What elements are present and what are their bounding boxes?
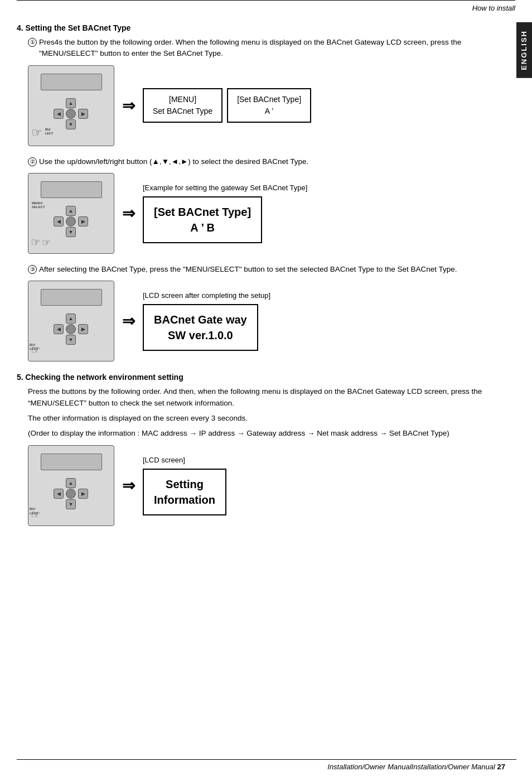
nav-down-1: ▼	[66, 119, 76, 129]
nav-area-2: ▲ ▼ ◀ ▶	[41, 206, 102, 239]
diagram-4-2: ▲ ▼ ◀ ▶ ☜ ☞ MENU/SELECT ⇒ [Example for s…	[28, 173, 486, 254]
example-label-2: [Example for setting the gateway Set BAC…	[143, 184, 307, 192]
step-4-3: ③ After selecting the BACnet Type, press…	[28, 264, 486, 275]
section-5-heading: 5. Checking the network environment sett…	[17, 373, 486, 382]
main-content: 4. Setting the Set BACnet Type ① Pres4s …	[0, 16, 516, 547]
diagram-5: ▲ ▼ ◀ ▶ ☜ BU/LECT ⇒ [LCD screen] Setting…	[28, 445, 486, 526]
arrow-5: ⇒	[120, 476, 137, 495]
step-4-2: ② Use the up/down/left/right button (▲,▼…	[28, 156, 486, 167]
page-header: How to install	[0, 1, 532, 16]
top-rule	[17, 0, 515, 1]
lcd-rect-1	[41, 74, 102, 90]
nav-up-3: ▲	[66, 314, 76, 324]
arrow-1: ⇒	[120, 97, 137, 115]
bu-lect-5: BU/LECT	[30, 507, 38, 515]
lcd-rect-2	[41, 181, 102, 198]
nav-up-5: ▲	[66, 478, 76, 488]
diagram-4-1: ▲ ▼ ◀ ▶ ☜ BU/LECT ⇒ [MENU] Set	[28, 65, 486, 146]
two-boxes-1: [MENU] Set BACnet Type [Set BACnet Type]…	[143, 88, 311, 123]
nav-cross-3: ▲ ▼ ◀ ▶	[51, 314, 91, 347]
section5-para2: The other information is displayed on th…	[28, 413, 486, 425]
step-4-1: ① Pres4s the button by the following ord…	[28, 37, 486, 60]
nav-left-1: ◀	[54, 109, 64, 119]
step4-3-text: After selecting the BACnet Type, press t…	[39, 264, 457, 275]
lcd-rect-3	[41, 289, 102, 306]
lcd-rect-5	[41, 454, 102, 470]
section5-para3: (Order to display the information : MAC …	[28, 428, 486, 440]
nav-center-2	[66, 216, 76, 226]
nav-area-1: ▲ ▼ ◀ ▶	[41, 98, 102, 132]
section5-para1: Press the buttons by the following order…	[28, 386, 486, 409]
header-italic-text: How to install	[472, 4, 515, 12]
nav-up-2: ▲	[66, 206, 76, 216]
nav-down-3: ▼	[66, 335, 76, 345]
section-5: 5. Checking the network environment sett…	[17, 373, 486, 526]
nav-cross-2: ▲ ▼ ◀ ▶	[51, 206, 91, 239]
device-panel-1: ▲ ▼ ◀ ▶ ☜ BU/LECT	[28, 65, 114, 146]
menu-box-2: [Set BACnet Type] A ’ B	[143, 196, 262, 243]
menu-box-3: BACnet Gate way SW ver.1.0.0	[143, 304, 258, 351]
device-label-1: BU/LECT	[45, 128, 53, 136]
nav-right-5: ▶	[78, 489, 88, 499]
nav-center-1	[66, 109, 76, 119]
nav-cross-5: ▲ ▼ ◀ ▶	[51, 478, 91, 512]
nav-right-2: ▶	[78, 216, 88, 226]
nav-cross-1: ▲ ▼ ◀ ▶	[51, 98, 91, 132]
menu-box-1a: [MENU] Set BACnet Type	[143, 88, 223, 123]
step4-1-text: Pres4s the button by the following order…	[39, 37, 486, 60]
nav-center-5	[66, 489, 76, 499]
device-panel-3: ▲ ▼ ◀ ▶ ☜ BU/LECT	[28, 281, 114, 361]
menu-select-label: MENU/SELECT	[32, 201, 45, 209]
hand-1-d2: ☜	[31, 235, 41, 249]
box-group-3: [LCD screen after completing the setup] …	[143, 291, 270, 351]
arrow-3: ⇒	[120, 312, 137, 330]
step4-2-text: Use the up/down/left/right button (▲,▼,◄…	[39, 156, 308, 167]
bu-lect-3: BU/LECT	[30, 343, 38, 351]
bottom-rule	[17, 759, 516, 760]
diagram-4-3: ▲ ▼ ◀ ▶ ☜ BU/LECT ⇒ [LCD screen after co…	[28, 281, 486, 361]
footer-italic: Installation/Owner Manual	[327, 763, 411, 771]
nav-up-1: ▲	[66, 98, 76, 108]
device-panel-5: ▲ ▼ ◀ ▶ ☜ BU/LECT	[28, 445, 114, 526]
step-circle-2: ②	[28, 157, 37, 166]
nav-left-5: ◀	[54, 489, 64, 499]
section-4-heading: 4. Setting the Set BACnet Type	[17, 23, 486, 32]
menu-box-5: Setting Information	[143, 469, 226, 515]
step-circle-3: ③	[28, 265, 37, 274]
device-panel-2: ▲ ▼ ◀ ▶ ☜ ☞ MENU/SELECT	[28, 173, 114, 254]
lcd-caption-5: [LCD screen]	[143, 456, 185, 464]
footer-text: Installation/Owner Manual 27	[412, 763, 505, 771]
nav-right-1: ▶	[78, 109, 88, 119]
nav-area-5: ▲ ▼ ◀ ▶	[41, 478, 102, 512]
nav-area-3: ▲ ▼ ◀ ▶	[41, 314, 102, 347]
page-number: 27	[497, 763, 505, 771]
nav-center-3	[66, 324, 76, 334]
lcd-caption-3: [LCD screen after completing the setup]	[143, 291, 270, 300]
step-circle-1: ①	[28, 38, 37, 47]
nav-right-3: ▶	[78, 324, 88, 334]
menu-box-1b: [Set BACnet Type] A ’	[227, 88, 311, 123]
nav-left-2: ◀	[54, 216, 64, 226]
nav-down-2: ▼	[66, 227, 76, 237]
hand-2-d2: ☞	[42, 237, 51, 249]
nav-left-3: ◀	[54, 324, 64, 334]
box-group-2: [Example for setting the gateway Set BAC…	[143, 184, 307, 243]
box-group-5: [LCD screen] Setting Information	[143, 456, 226, 515]
nav-down-5: ▼	[66, 499, 76, 509]
page-footer: Installation/Owner Manual Installation/O…	[0, 763, 516, 771]
language-tab: ENGLISH	[516, 22, 532, 78]
hand-left-1: ☜	[31, 126, 42, 140]
arrow-2: ⇒	[120, 204, 137, 223]
section-4: 4. Setting the Set BACnet Type ① Pres4s …	[17, 23, 486, 361]
